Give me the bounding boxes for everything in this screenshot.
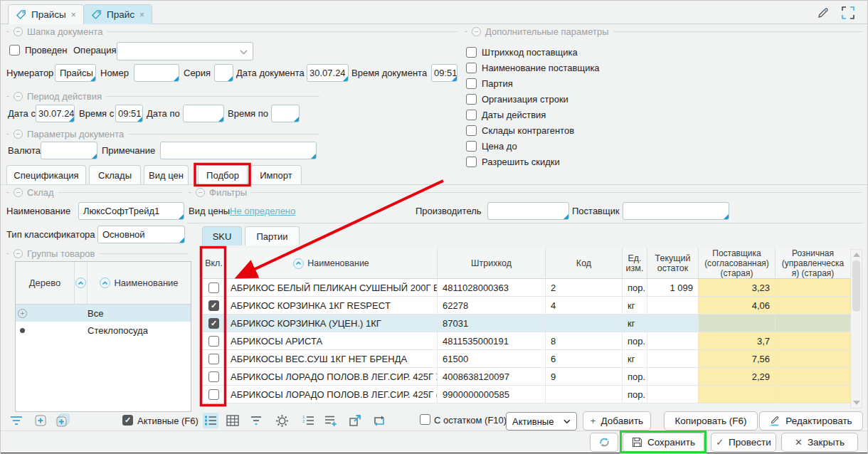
- tab-sku[interactable]: SKU: [202, 226, 242, 246]
- param-checkbox[interactable]: [466, 63, 477, 73]
- table-row-selected[interactable]: АБРИКОС КОРЗИНКА (УЦЕН.) 1КГ87031 кг: [203, 315, 850, 332]
- param-checkbox[interactable]: [466, 47, 477, 58]
- row-checkbox[interactable]: [208, 300, 219, 311]
- tab-prais[interactable]: Прайс ×: [83, 4, 152, 24]
- col-code[interactable]: Код: [546, 248, 623, 279]
- classifier-input[interactable]: Основной: [97, 226, 185, 243]
- param-checkbox[interactable]: [466, 110, 477, 120]
- col-vkl[interactable]: Вкл.: [203, 248, 226, 279]
- tab-specification[interactable]: Спецификация: [6, 165, 86, 185]
- add-button[interactable]: + Добавить: [583, 411, 651, 431]
- active-filter-dropdown[interactable]: Активные: [506, 412, 577, 431]
- row-checkbox[interactable]: [208, 371, 219, 382]
- tree-row-all[interactable]: + Все: [16, 305, 191, 322]
- post-button[interactable]: ✓ Провести: [711, 433, 776, 452]
- row-checkbox[interactable]: [208, 283, 219, 293]
- col-retail-price[interactable]: Розничная (управленческа я) (старая): [776, 248, 851, 279]
- param-checkbox[interactable]: [466, 125, 477, 136]
- doc-date-input[interactable]: 30.07.24: [307, 64, 349, 82]
- grid-view-icon[interactable]: [225, 413, 240, 428]
- list-view-icon[interactable]: [203, 413, 218, 428]
- doc-time-input[interactable]: 09:51: [431, 64, 457, 82]
- swap-refresh-icon[interactable]: [371, 413, 387, 428]
- active-groups-checkbox[interactable]: [122, 415, 133, 426]
- table-row[interactable]: АБРИКОСЫ ЛОРАДО ПОЛОВ.В ЛЕГ.СИР. 425Г (У…: [203, 386, 850, 403]
- close-button[interactable]: ✕ Закрыть: [781, 433, 858, 452]
- posted-checkbox[interactable]: [9, 45, 20, 56]
- expand-plus-icon[interactable]: +: [18, 309, 27, 318]
- table-scrollbar[interactable]: [850, 249, 862, 408]
- row-checkbox[interactable]: [208, 354, 219, 364]
- tree-sort-header[interactable]: [75, 262, 88, 305]
- filter-icon[interactable]: [9, 415, 23, 429]
- param-checkbox[interactable]: [466, 157, 477, 167]
- note-input[interactable]: [160, 142, 317, 159]
- tab-import[interactable]: Импорт: [250, 165, 302, 185]
- collapse-icon[interactable]: −: [472, 27, 481, 36]
- date-to-input[interactable]: [183, 105, 224, 122]
- table-row[interactable]: АБРИКОСЫ АРИСТА4811535000191 8пор. 3,7: [203, 332, 850, 350]
- collapse-icon[interactable]: −: [14, 92, 23, 101]
- collapse-icon[interactable]: −: [14, 27, 23, 36]
- sort-asc-icon[interactable]: [293, 258, 304, 269]
- collapse-icon[interactable]: −: [14, 130, 23, 139]
- param-checkbox[interactable]: [466, 78, 477, 89]
- sort-asc-icon[interactable]: [75, 278, 86, 288]
- col-barcode[interactable]: Штрихкод: [438, 248, 546, 279]
- warehouse-name-input[interactable]: ЛюксСофтТрейд1: [78, 202, 184, 220]
- with-stock-checkbox[interactable]: [420, 414, 430, 425]
- param-checkbox[interactable]: [466, 141, 477, 152]
- currency-input[interactable]: [41, 142, 97, 159]
- table-row[interactable]: АБРИКОСЫ ВЕС.СУШ 1КГ НЕТ БРЕНДА61500 6кг…: [203, 350, 850, 368]
- numbered-list-icon[interactable]: 12: [300, 413, 316, 428]
- gear-icon[interactable]: [274, 413, 290, 428]
- tab-partii[interactable]: Партии: [245, 226, 300, 246]
- row-checkbox[interactable]: [208, 318, 219, 329]
- table-row[interactable]: АБРИКОС КОРЗИНКА 1КГ RESPECT62278 4кг 4,…: [203, 297, 850, 315]
- col-supplier-price[interactable]: Поставщика (согласованная) (старая): [699, 248, 776, 279]
- add-group-icon[interactable]: [33, 413, 48, 431]
- filter-icon[interactable]: [248, 413, 264, 428]
- scroll-up-icon[interactable]: [853, 253, 860, 257]
- fullscreen-icon[interactable]: [841, 6, 855, 23]
- add-to-list-icon[interactable]: [323, 413, 339, 428]
- time-from-input[interactable]: 09:51: [115, 105, 143, 122]
- number-input[interactable]: [134, 64, 179, 82]
- manufacturer-input[interactable]: [487, 202, 569, 220]
- close-icon[interactable]: ×: [71, 10, 76, 20]
- price-type-link[interactable]: Не определено: [230, 206, 295, 216]
- param-checkbox[interactable]: [466, 94, 477, 105]
- tree-row-steklo[interactable]: Стеклопосуда: [16, 322, 191, 339]
- close-icon[interactable]: ×: [139, 10, 144, 20]
- tab-podbor[interactable]: Подбор: [198, 165, 248, 185]
- numerator-input[interactable]: Прайсы: [55, 64, 96, 82]
- edit-button[interactable]: Редактировать: [759, 411, 863, 431]
- collapse-icon[interactable]: −: [14, 188, 23, 197]
- open-external-icon[interactable]: [347, 413, 363, 428]
- row-checkbox[interactable]: [208, 389, 219, 400]
- col-name[interactable]: Наименование: [226, 248, 438, 279]
- scroll-down-icon[interactable]: [853, 401, 860, 405]
- tree-column-header[interactable]: Дерево: [16, 262, 75, 305]
- col-stock[interactable]: Текущий остаток: [647, 248, 699, 279]
- date-from-input[interactable]: 30.07.24: [36, 105, 75, 122]
- table-row[interactable]: АБРИКОСЫ ЛОРАДО ПОЛОВ.В ЛЕГ.СИР. 425Г Ж/…: [203, 368, 850, 386]
- series-input[interactable]: [214, 64, 233, 82]
- table-row[interactable]: АБРИКОС БЕЛЫЙ ПЕЛИКАН СУШЕНЫЙ 200Г БЕЛ48…: [203, 279, 850, 297]
- tab-sklady[interactable]: Склады: [89, 165, 141, 185]
- collapse-icon[interactable]: −: [14, 249, 23, 258]
- scrollbar-thumb[interactable]: [852, 260, 860, 312]
- copy-button[interactable]: Копировать (F6): [664, 411, 758, 431]
- save-button[interactable]: Сохранить: [623, 433, 704, 452]
- collapse-icon[interactable]: −: [196, 188, 205, 197]
- operation-select[interactable]: [117, 42, 253, 60]
- add-subgroup-icon[interactable]: [55, 413, 72, 431]
- row-checkbox[interactable]: [208, 336, 219, 347]
- col-unit[interactable]: Ед. изм.: [623, 248, 647, 279]
- tab-vid-cen[interactable]: Вид цен: [144, 165, 189, 185]
- refresh-button[interactable]: [590, 433, 618, 452]
- name-column-header[interactable]: Наименование: [88, 262, 191, 305]
- edit-pencil-icon[interactable]: [816, 6, 830, 23]
- supplier-input[interactable]: [623, 202, 729, 220]
- tab-praisy[interactable]: Прайсы ×: [8, 4, 84, 24]
